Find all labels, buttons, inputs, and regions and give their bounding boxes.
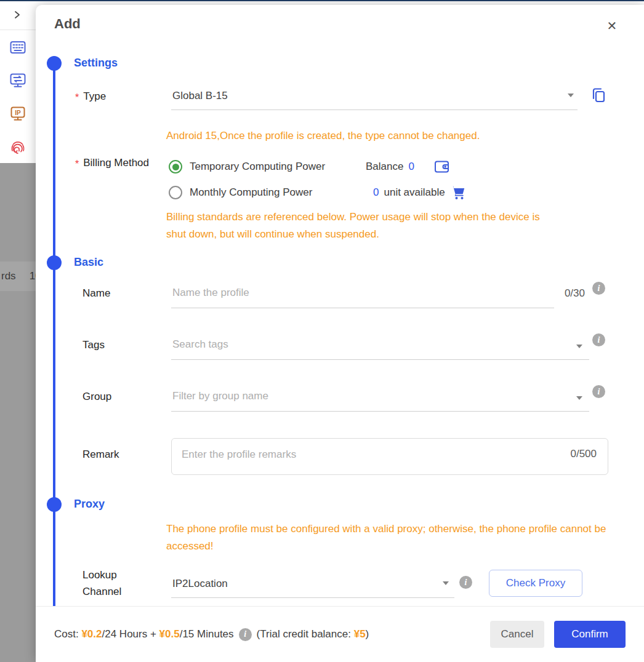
radio-temporary-computing-power[interactable] — [169, 160, 182, 173]
option-temporary-label[interactable]: Temporary Computing Power — [190, 161, 325, 173]
timeline-dot-proxy — [47, 497, 62, 512]
lookup-channel-underline — [171, 597, 454, 598]
cost-prefix: Cost: — [54, 628, 81, 640]
trial-balance-suffix: ) — [366, 628, 369, 640]
section-title-proxy: Proxy — [74, 498, 105, 511]
backdrop-partial-text: rds — [1, 270, 16, 282]
cost-summary: Cost: ¥0.2 /24 Hours + ¥0.5 /15 Minutes … — [54, 628, 369, 641]
required-marker: * — [75, 92, 79, 103]
type-label: * Type — [75, 90, 106, 103]
cost-info-icon[interactable]: i — [239, 628, 252, 641]
availability-info: 0 unit available — [373, 186, 445, 199]
group-info-icon[interactable]: i — [592, 385, 605, 398]
proxy-note-line1: The phone profile must be configured wit… — [166, 523, 606, 535]
available-units-value: 0 — [373, 186, 379, 199]
cancel-button[interactable]: Cancel — [490, 621, 544, 648]
balance-info: Balance 0 — [366, 161, 414, 173]
radio-monthly-computing-power[interactable] — [169, 186, 182, 199]
option-monthly-label[interactable]: Monthly Computing Power — [190, 186, 312, 199]
sidebar-expand-button[interactable] — [9, 7, 26, 25]
cost-rate-minutes: ¥0.5 — [159, 628, 180, 640]
timeline-dot-settings — [47, 56, 62, 71]
remark-counter: 0/500 — [570, 448, 597, 460]
proxy-note-line2: accessed! — [166, 540, 214, 552]
timeline-line — [53, 63, 55, 608]
ip-icon-text: IP — [15, 110, 21, 116]
lookup-caret-down-icon[interactable] — [443, 581, 449, 585]
billing-note-line2: shut down, but will continue when suspen… — [166, 228, 379, 241]
ip-monitor-icon[interactable]: IP — [10, 106, 26, 122]
section-title-basic: Basic — [74, 256, 103, 269]
type-select-underline — [171, 110, 578, 110]
sidebar-divider — [0, 30, 36, 30]
modal-backdrop: rds 10 — [0, 163, 36, 662]
check-proxy-button[interactable]: Check Proxy — [489, 570, 582, 597]
tags-caret-down-icon[interactable] — [576, 345, 582, 348]
group-label: Group — [83, 391, 111, 403]
confirm-button[interactable]: Confirm — [554, 621, 626, 648]
balance-value: 0 — [408, 161, 414, 173]
backdrop-partial-number: 10 — [30, 270, 36, 282]
billing-note-line1: Billing standards are referenced below. … — [166, 211, 540, 223]
cost-rate-daily: ¥0.2 — [81, 628, 102, 640]
name-info-icon[interactable]: i — [592, 282, 605, 295]
tags-label: Tags — [83, 339, 105, 351]
type-caret-down-icon[interactable] — [568, 94, 574, 97]
required-marker: * — [75, 159, 79, 170]
remark-label: Remark — [83, 449, 119, 461]
trial-balance-value: ¥5 — [354, 628, 366, 640]
timeline-dot-basic — [47, 255, 62, 270]
name-counter: 0/30 — [550, 287, 585, 300]
billing-method-label: * Billing Method — [75, 157, 149, 169]
shopping-cart-icon[interactable] — [449, 184, 467, 201]
cost-unit-daily: /24 Hours — [102, 628, 150, 640]
wallet-icon[interactable] — [433, 158, 451, 175]
backdrop-partial-row: rds 10 — [0, 261, 36, 291]
lookup-info-icon[interactable]: i — [459, 576, 472, 589]
window-top-edge — [0, 0, 644, 1]
close-icon[interactable]: ✕ — [603, 17, 621, 34]
name-input-underline — [171, 308, 554, 308]
trial-balance-prefix: (Trial credit balance: — [257, 628, 354, 640]
display-transfer-icon[interactable] — [10, 73, 26, 89]
name-input[interactable] — [172, 284, 517, 301]
lookup-channel-select-value[interactable]: IP2Location — [172, 578, 228, 590]
add-profile-modal: Add ✕ Settings * Type Global B-15 Androi… — [36, 5, 644, 662]
type-warning-note: Android 15,Once the profile is created, … — [166, 130, 480, 142]
fingerprint-icon[interactable] — [10, 139, 26, 155]
tags-info-icon[interactable]: i — [592, 333, 605, 346]
type-select-value[interactable]: Global B-15 — [172, 90, 228, 102]
cost-plus: + — [150, 628, 159, 640]
page: IP rds 10 Add ✕ Sett — [0, 0, 644, 662]
modal-title: Add — [54, 16, 81, 32]
group-caret-down-icon[interactable] — [576, 396, 582, 400]
keyboard-icon[interactable] — [10, 39, 26, 55]
cost-unit-minutes: /15 Minutes — [180, 628, 234, 640]
lookup-channel-label-line2: Channel — [83, 586, 121, 598]
group-input-underline — [171, 411, 589, 412]
copy-icon[interactable] — [589, 86, 608, 104]
section-title-settings: Settings — [74, 57, 118, 70]
remark-textarea[interactable] — [172, 439, 608, 474]
modal-footer: Cost: ¥0.2 /24 Hours + ¥0.5 /15 Minutes … — [36, 606, 644, 662]
remark-textarea-box: 0/500 — [171, 438, 608, 475]
tags-input-underline — [171, 359, 589, 360]
lookup-channel-label-line1: Lookup — [83, 569, 117, 581]
collapsed-sidebar: IP rds 10 — [0, 1, 36, 662]
tags-input[interactable] — [172, 336, 517, 353]
group-input[interactable] — [172, 388, 517, 405]
name-label: Name — [83, 287, 110, 300]
chevron-right-icon — [12, 10, 22, 22]
